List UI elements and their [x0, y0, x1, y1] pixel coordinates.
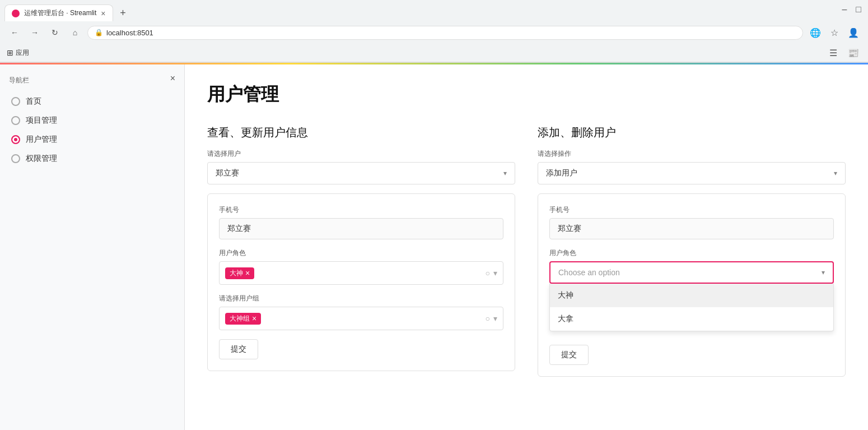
left-group-tag-remove[interactable]: × — [252, 314, 256, 323]
left-role-tag-text: 大神 — [230, 269, 243, 278]
user-select[interactable]: 郑立赛 ▾ — [207, 162, 515, 184]
reader-icon[interactable]: 📰 — [846, 45, 861, 61]
operation-selected-value: 添加用户 — [546, 168, 577, 178]
left-group-input-actions: ○ ▾ — [486, 314, 497, 323]
right-phone-input[interactable] — [549, 218, 834, 239]
left-card: 手机号 用户角色 大神 × ○ ▾ 请选择用户组 — [207, 193, 515, 371]
left-phone-label: 手机号 — [219, 205, 503, 215]
page-title: 用户管理 — [207, 82, 846, 107]
refresh-button[interactable]: ↻ — [47, 25, 63, 40]
clear-icon[interactable]: ○ — [486, 269, 490, 278]
sidebar-item-label-user: 用户管理 — [26, 135, 57, 145]
browser-tab[interactable]: 运维管理后台 · Streamlit × — [4, 4, 113, 21]
right-section-title: 添加、删除用户 — [538, 125, 846, 140]
back-button[interactable]: ← — [7, 25, 22, 40]
tab-title: 运维管理后台 · Streamlit — [24, 8, 96, 18]
right-card: 手机号 用户角色 Choose an option ▾ 大神 大拿 提交 — [538, 193, 846, 377]
left-submit-button[interactable]: 提交 — [219, 339, 258, 359]
translate-icon[interactable]: 🌐 — [808, 25, 823, 40]
left-phone-input[interactable] — [219, 218, 503, 239]
right-phone-label: 手机号 — [549, 205, 834, 215]
user-selected-value: 郑立赛 — [216, 168, 239, 178]
sidebar: × 导航栏 首页 项目管理 用户管理 权限管理 — [0, 64, 185, 430]
profile-icon[interactable]: 👤 — [846, 25, 861, 40]
forward-button[interactable]: → — [27, 25, 43, 40]
left-column: 查看、更新用户信息 请选择用户 郑立赛 ▾ 手机号 用户角色 大神 × — [207, 125, 515, 377]
operation-select-arrow: ▾ — [834, 169, 837, 177]
right-column: 添加、删除用户 请选择操作 添加用户 ▾ 手机号 用户角色 Choose an … — [538, 125, 846, 377]
sidebar-item-permission[interactable]: 权限管理 — [9, 149, 175, 168]
apps-icon: ⊞ — [7, 48, 13, 57]
left-group-label: 请选择用户组 — [219, 294, 503, 303]
right-submit-button[interactable]: 提交 — [549, 345, 589, 365]
sidebar-item-label-home: 首页 — [26, 96, 41, 107]
right-role-select[interactable]: Choose an option ▾ — [549, 261, 834, 284]
bookmark-icon[interactable]: ☆ — [827, 25, 842, 40]
dropdown-arrow-icon[interactable]: ▾ — [493, 269, 497, 278]
sidebar-item-label-project: 项目管理 — [26, 115, 57, 126]
window-controls: – □ — [842, 4, 861, 15]
right-role-placeholder: Choose an option — [558, 268, 620, 277]
left-role-tag-input[interactable]: 大神 × ○ ▾ — [219, 261, 503, 285]
right-role-arrow: ▾ — [822, 269, 825, 276]
maximize-icon[interactable]: □ — [856, 4, 861, 15]
left-role-tag: 大神 × — [225, 267, 254, 279]
radio-home — [11, 97, 20, 106]
bookmarks-label[interactable]: 应用 — [16, 48, 29, 58]
sidebar-close-button[interactable]: × — [170, 73, 175, 84]
nav-label: 导航栏 — [9, 76, 175, 85]
home-button[interactable]: ⌂ — [67, 25, 83, 40]
sidebar-item-label-permission: 权限管理 — [26, 154, 57, 164]
tab-close-button[interactable]: × — [101, 9, 105, 18]
left-role-tag-remove[interactable]: × — [245, 269, 250, 278]
user-select-label: 请选择用户 — [207, 149, 515, 159]
dropdown-arrow-group-icon[interactable]: ▾ — [493, 314, 497, 323]
role-option-dana[interactable]: 大拿 — [550, 307, 833, 331]
url-text: localhost:8501 — [106, 29, 153, 37]
minimize-icon[interactable]: – — [842, 4, 847, 15]
left-role-input-actions: ○ ▾ — [486, 269, 497, 278]
sidebar-item-project[interactable]: 项目管理 — [9, 111, 175, 130]
clear-icon-group[interactable]: ○ — [486, 314, 490, 323]
tab-favicon — [12, 10, 20, 17]
radio-user — [11, 135, 20, 144]
left-group-tag-text: 大神组 — [230, 314, 250, 323]
operation-select-label: 请选择操作 — [538, 149, 846, 159]
sidebar-icon[interactable]: ☰ — [825, 45, 841, 61]
operation-select[interactable]: 添加用户 ▾ — [538, 162, 846, 184]
radio-permission — [11, 154, 20, 163]
role-option-dashen[interactable]: 大神 — [550, 284, 833, 307]
left-group-tag: 大神组 × — [225, 313, 261, 325]
lock-icon: 🔒 — [95, 29, 103, 36]
left-section-title: 查看、更新用户信息 — [207, 125, 515, 140]
main-content: 用户管理 查看、更新用户信息 请选择用户 郑立赛 ▾ 手机号 用户角色 大神 — [185, 64, 868, 430]
sidebar-item-home[interactable]: 首页 — [9, 92, 175, 111]
address-bar[interactable]: 🔒 localhost:8501 — [87, 26, 803, 40]
role-dropdown-menu: 大神 大拿 — [549, 284, 834, 331]
left-group-tag-input[interactable]: 大神组 × ○ ▾ — [219, 307, 503, 330]
radio-project — [11, 116, 20, 125]
right-role-label: 用户角色 — [549, 248, 834, 258]
user-select-arrow: ▾ — [503, 169, 507, 177]
left-role-label: 用户角色 — [219, 248, 503, 258]
sidebar-item-user[interactable]: 用户管理 — [9, 130, 175, 149]
new-tab-button[interactable]: + — [115, 5, 131, 21]
